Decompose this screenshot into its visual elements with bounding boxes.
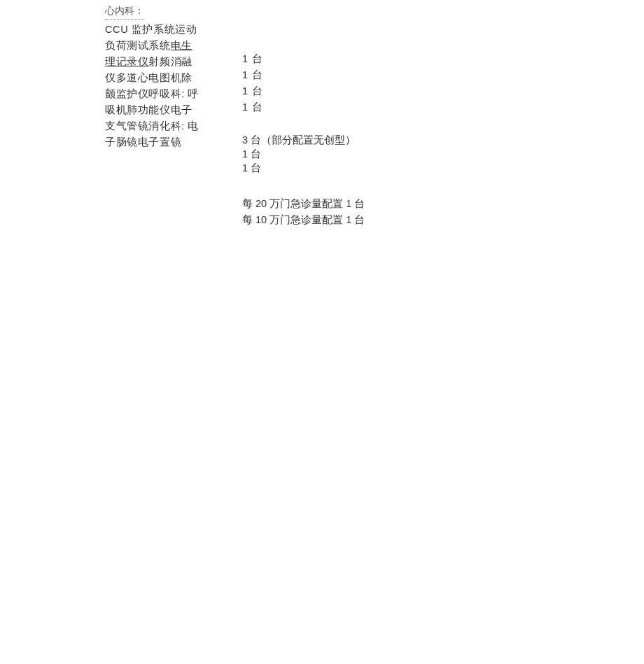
- flow-suffix: 射频消融仪多道心电图机除颤监护仪呼吸科: 呼吸机肺功能仪电子支气管镜消化科: 电…: [105, 56, 199, 148]
- ratio-text: 每 10 万门急诊量配置 1 台: [242, 214, 365, 225]
- qty-line: 1 台: [242, 51, 263, 67]
- right-column-1: 1 台 1 台 1 台 1 台: [242, 51, 263, 115]
- qty-line: 1 台: [242, 147, 356, 161]
- qty-text: 1 台: [242, 85, 263, 97]
- section-header: 心内科：: [105, 3, 144, 20]
- qty-text: 1 台: [242, 101, 263, 113]
- qty-line: 3 台（部分配置无创型）: [242, 133, 356, 147]
- ratio-text: 每 20 万门急诊量配置 1 台: [242, 198, 365, 209]
- right-column-2: 3 台（部分配置无创型） 1 台 1 台: [242, 133, 356, 175]
- left-column: 心内科： CCU 监护系统运动负荷测试系统电生理记录仪射频消融仪多道心电图机除颤…: [105, 3, 203, 150]
- ratio-line: 每 10 万门急诊量配置 1 台: [242, 212, 365, 228]
- qty-text: 1 台: [242, 148, 261, 160]
- ratio-line: 每 20 万门急诊量配置 1 台: [242, 196, 365, 212]
- qty-line: 1 台: [242, 99, 263, 115]
- right-column-3: 每 20 万门急诊量配置 1 台 每 10 万门急诊量配置 1 台: [242, 196, 365, 228]
- qty-text: 1 台: [242, 53, 263, 64]
- qty-text: 1 台: [242, 162, 261, 174]
- equipment-flow-text: CCU 监护系统运动负荷测试系统电生理记录仪射频消融仪多道心电图机除颤监护仪呼吸…: [105, 22, 203, 150]
- qty-text: 1 台: [242, 69, 263, 80]
- document-page: 心内科： CCU 监护系统运动负荷测试系统电生理记录仪射频消融仪多道心电图机除颤…: [0, 0, 644, 664]
- qty-line: 1 台: [242, 67, 263, 83]
- qty-line: 1 台: [242, 161, 356, 175]
- qty-line: 1 台: [242, 83, 263, 99]
- qty-text: 3 台（部分配置无创型）: [242, 134, 356, 146]
